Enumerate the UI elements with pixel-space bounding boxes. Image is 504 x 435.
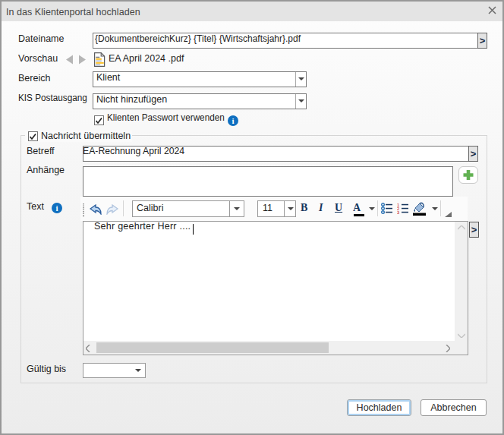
svg-text:3: 3 [397,210,399,214]
